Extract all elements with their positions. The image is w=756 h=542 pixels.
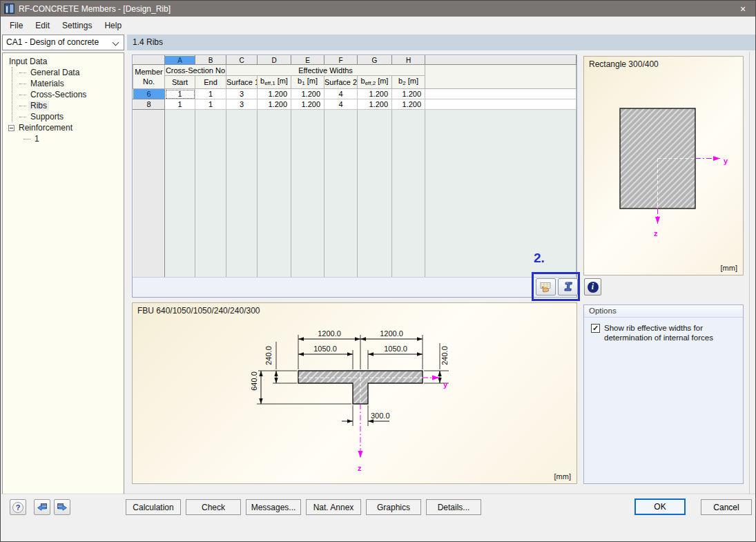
- dim-web-width: 300.0: [371, 412, 390, 420]
- cell-b-1[interactable]: 1.200: [291, 99, 324, 110]
- nat-annex-button[interactable]: Nat. Annex: [306, 499, 361, 515]
- header-effective-widths: Effective Widths: [226, 65, 425, 76]
- axis-y-label: y: [724, 157, 728, 165]
- checkbox-checked-icon[interactable]: ✓: [591, 324, 600, 333]
- menu-settings[interactable]: Settings: [56, 19, 98, 32]
- arrow-right-window-icon: [57, 502, 68, 513]
- collapse-minus-icon[interactable]: [8, 125, 14, 131]
- table-corner[interactable]: [133, 56, 165, 65]
- rectangle-section-drawing: y z: [584, 57, 743, 275]
- footer-separator: [1, 494, 756, 495]
- chevron-down-icon: [113, 39, 119, 46]
- design-case-select[interactable]: CA1 - Design of concrete memb: [2, 35, 124, 50]
- rib-section-name: FBU 640/1050/1050/240/240/300: [137, 306, 260, 316]
- header-cross-section-no: Cross-Section No: [165, 65, 226, 76]
- sidebar-item-general-data[interactable]: General Data: [12, 67, 124, 78]
- check-button[interactable]: Check: [186, 499, 241, 515]
- cell-b-eff-2[interactable]: 1.200: [358, 99, 392, 110]
- sidebar-item-cross-sections[interactable]: Cross-Sections: [12, 89, 124, 100]
- cell-end[interactable]: 1: [195, 99, 226, 110]
- header-end: End: [195, 76, 226, 89]
- graphics-button[interactable]: Graphics: [366, 499, 421, 515]
- menu-file[interactable]: File: [3, 19, 29, 32]
- cell-b-2[interactable]: 1.200: [392, 89, 425, 99]
- title-bar: RF-CONCRETE Members - [Design_Rib] ×: [1, 1, 755, 17]
- menu-edit[interactable]: Edit: [29, 19, 56, 32]
- menu-bar: File Edit Settings Help: [1, 17, 755, 34]
- column-header-A[interactable]: A: [165, 56, 195, 65]
- column-header-B[interactable]: B: [195, 56, 226, 65]
- table-row: 8 1 1 3 1.200 1.200 4 1.200 1.200: [133, 99, 576, 110]
- info-button[interactable]: i: [584, 278, 601, 296]
- ok-button[interactable]: OK: [634, 499, 686, 515]
- help-button[interactable]: ?: [10, 499, 26, 515]
- ribs-table: A B C D E F G H Member No. Cross-Section…: [133, 55, 576, 281]
- cell-end[interactable]: 1: [195, 89, 226, 99]
- cell-surface-2[interactable]: 4: [324, 99, 358, 110]
- help-icon: ?: [12, 502, 23, 513]
- table-row: 6 1 1 3 1.200 1.200 4 1.200 1.200: [133, 89, 576, 99]
- details-button[interactable]: Details...: [426, 499, 481, 515]
- window-title: RF-CONCRETE Members - [Design_Rib]: [19, 4, 171, 14]
- annotation-box-2: [532, 272, 580, 301]
- sidebar-item-materials[interactable]: Materials: [12, 78, 124, 89]
- column-header-C[interactable]: C: [226, 56, 258, 65]
- tree-root-input-data[interactable]: Input Data: [3, 56, 124, 67]
- axis-y-label: y: [443, 380, 448, 389]
- sidebar-item-reinforcement-1[interactable]: 1: [3, 133, 124, 144]
- options-title: Options: [584, 305, 743, 318]
- cell-b-eff-1[interactable]: 1.200: [258, 89, 291, 99]
- checkbox-label: Show rib effective widths for determinat…: [604, 324, 737, 342]
- header-b-2: b2 [m]: [392, 76, 425, 89]
- menu-help[interactable]: Help: [98, 19, 128, 32]
- cell-start[interactable]: 1: [165, 89, 195, 99]
- cancel-button[interactable]: Cancel: [701, 499, 752, 515]
- header-b-1: b1 [m]: [291, 76, 324, 89]
- unit-label: [mm]: [554, 472, 571, 481]
- cell-surface-2[interactable]: 4: [324, 89, 358, 99]
- rib-section-drawing: 1200.0 1200.0 1050.0 1050.0 240.0 640.0 …: [133, 303, 576, 483]
- header-start: Start: [165, 76, 195, 89]
- header-member-no: Member No.: [133, 65, 165, 89]
- cell-b-eff-2[interactable]: 1.200: [358, 89, 392, 99]
- calculation-button[interactable]: Calculation: [126, 499, 181, 515]
- column-header-G[interactable]: G: [358, 56, 392, 65]
- show-rib-widths-option[interactable]: ✓ Show rib effective widths for determin…: [591, 324, 737, 342]
- dim-total-height: 640.0: [250, 371, 258, 391]
- cell-start[interactable]: 1: [165, 99, 195, 110]
- close-icon[interactable]: ×: [730, 1, 755, 17]
- dim-top-right: 1200.0: [380, 329, 403, 338]
- sidebar-item-supports[interactable]: Supports: [12, 111, 124, 122]
- sidebar-item-ribs[interactable]: Ribs: [12, 100, 124, 111]
- dialog-window: RF-CONCRETE Members - [Design_Rib] × Fil…: [0, 0, 756, 542]
- row-header-6[interactable]: 6: [133, 89, 165, 99]
- ribs-table-panel: A B C D E F G H Member No. Cross-Section…: [132, 55, 577, 298]
- header-surface-2: Surface 2: [324, 76, 358, 89]
- header-surface-1: Surface 1: [226, 76, 258, 89]
- header-filler: [425, 65, 576, 89]
- cell-surface-1[interactable]: 3: [226, 89, 258, 99]
- previous-dialog-button[interactable]: [34, 499, 50, 515]
- cell-surface-1[interactable]: 3: [226, 99, 258, 110]
- messages-button[interactable]: Messages...: [246, 499, 301, 515]
- navigation-tree: Input Data General Data Materials Cross-…: [2, 52, 124, 494]
- cell-b-eff-1[interactable]: 1.200: [258, 99, 291, 110]
- info-icon: i: [588, 282, 599, 293]
- annotation-step-2: 2.: [534, 251, 545, 266]
- next-dialog-button[interactable]: [54, 499, 70, 515]
- sidebar-item-reinforcement[interactable]: Reinforcement: [3, 122, 124, 133]
- header-b-eff-1: beff,1 [m]: [258, 76, 291, 89]
- app-icon: [4, 3, 14, 14]
- right-divider: [749, 52, 750, 494]
- column-header-F[interactable]: F: [324, 56, 358, 65]
- column-header-E[interactable]: E: [291, 56, 324, 65]
- dim-top-left: 1200.0: [318, 329, 341, 338]
- row-header-8[interactable]: 8: [133, 99, 165, 110]
- cell-b-2[interactable]: 1.200: [392, 99, 425, 110]
- column-header-D[interactable]: D: [258, 56, 291, 65]
- column-header-H[interactable]: H: [392, 56, 425, 65]
- cell-b-1[interactable]: 1.200: [291, 89, 324, 99]
- section-name: Rectangle 300/400: [589, 59, 659, 69]
- cross-section-preview-panel: y z Rectangle 300/400 [mm]: [583, 56, 744, 275]
- dim-thickness-right: 240.0: [440, 346, 449, 365]
